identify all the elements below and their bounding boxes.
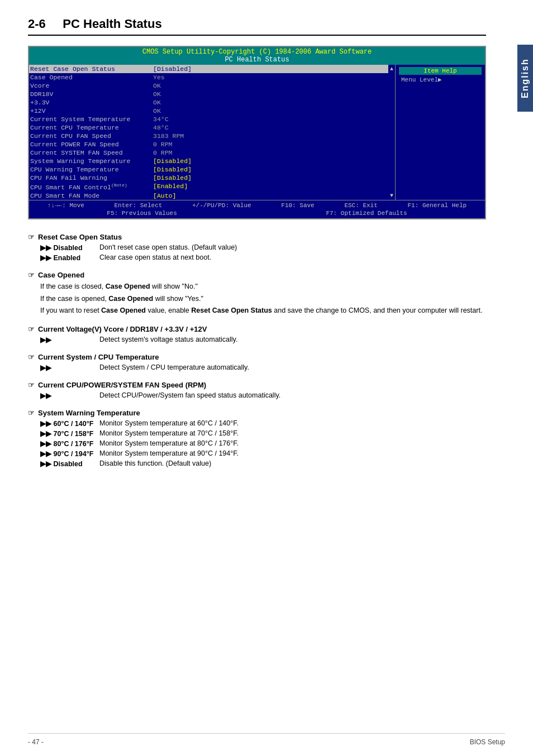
side-tab-label: English (520, 58, 530, 98)
desc-item: ▶▶Detect CPU/Power/System fan speed stat… (40, 391, 486, 400)
section-arrow-icon: ☞ (28, 381, 35, 389)
desc-title-text: Current Voltage(V) Vcore / DDR18V / +3.3… (38, 325, 207, 333)
bios-row-value: 0 RPM (153, 141, 387, 148)
bios-row-value: 34°C (153, 116, 387, 123)
bios-row-label: Reset Case Open Status (30, 65, 153, 73)
desc-section-warning-temp: ☞System Warning Temperature▶▶ 60°C / 140… (28, 409, 486, 468)
bios-row-value: 3183 RPM (153, 132, 387, 140)
desc-item-text: Disable this function. (Default value) (99, 460, 486, 468)
desc-bullet: ▶▶ Disabled (40, 460, 96, 468)
bios-row-label: +12V (30, 107, 153, 114)
desc-item-text: Detect CPU/Power/System fan speed status… (99, 391, 486, 400)
bios-row-value: [Auto] (153, 192, 387, 199)
bios-row: DDR18VOK (29, 90, 388, 98)
desc-title: ☞Current CPU/POWER/SYSTEM FAN Speed (RPM… (28, 381, 486, 389)
bios-row: System Warning Temperature[Disabled] (29, 157, 388, 165)
scroll-down-icon[interactable]: ▼ (390, 193, 393, 199)
section-arrow-icon: ☞ (28, 233, 35, 241)
bios-row: Current System Temperature34°C (29, 115, 388, 123)
bios-row: Reset Case Open Status[Disabled] (29, 65, 388, 73)
bios-row-label: Current CPU FAN Speed (30, 132, 153, 140)
desc-item-text: Monitor System temperature at 60°C / 140… (99, 419, 486, 428)
desc-item: ▶▶Detect System / CPU temperature automa… (40, 363, 486, 372)
bios-row: CPU FAN Fail Warning[Disabled] (29, 174, 388, 182)
bios-row-value: 48°C (153, 124, 387, 131)
desc-body: ▶▶Detect System / CPU temperature automa… (40, 363, 486, 372)
description-container: ☞Reset Case Open Status▶▶ DisabledDon't … (28, 233, 486, 468)
bios-row-label: Current CPU Temperature (30, 124, 153, 131)
bios-row: Current SYSTEM FAN Speed0 RPM (29, 149, 388, 157)
footer-item: F10: Save (281, 202, 314, 209)
bios-row: CPU Warning Temperature[Disabled] (29, 165, 388, 174)
item-help-title: Item Help (399, 67, 482, 75)
scroll-up-icon[interactable]: ▲ (390, 66, 393, 72)
bios-row-label: Current System Temperature (30, 116, 153, 123)
bios-screenshot: CMOS Setup Utility-Copyright (C) 1984-20… (28, 46, 486, 219)
footer-item: F7: Optimized Defaults (326, 210, 407, 217)
desc-item-text: Monitor System temperature at 90°C / 194… (99, 449, 486, 458)
desc-title: ☞System Warning Temperature (28, 409, 486, 417)
bios-row-label: Case Opened (30, 74, 153, 81)
bios-row: Current CPU FAN Speed3183 RPM (29, 132, 388, 140)
desc-body: ▶▶ DisabledDon't reset case open status.… (40, 243, 486, 262)
footer-item: Enter: Select (115, 202, 163, 209)
bios-row-value: 0 RPM (153, 149, 387, 156)
desc-item: ▶▶ EnabledClear case open status at next… (40, 253, 486, 262)
bios-footer-row1: ↑↓→←: MoveEnter: Select+/-/PU/PD: ValueF… (32, 202, 482, 209)
desc-item-text: Monitor System temperature at 70°C / 158… (99, 429, 486, 438)
bios-row-value: [Disabled] (153, 166, 387, 173)
desc-body: ▶▶Detect CPU/Power/System fan speed stat… (40, 391, 486, 400)
bios-rows: Reset Case Open Status[Disabled]Case Ope… (29, 65, 388, 200)
bios-scrollbar[interactable]: ▲ ▼ (388, 65, 395, 200)
desc-title: ☞Current Voltage(V) Vcore / DDR18V / +3.… (28, 325, 486, 333)
desc-bullet: ▶▶ (40, 363, 96, 372)
desc-body: ▶▶Detect system's voltage status automat… (40, 336, 486, 344)
bios-setup-label: BIOS Setup (470, 738, 505, 746)
section-number: 2-6 (28, 17, 46, 31)
bios-row: +3.3VOK (29, 98, 388, 107)
section-title: 2-6 PC Health Status (28, 17, 486, 36)
bios-row-label: CPU Warning Temperature (30, 166, 153, 173)
desc-section-case-opened: ☞Case OpenedIf the case is closed, Case … (28, 271, 486, 316)
desc-title-text: Case Opened (38, 271, 84, 279)
desc-item-text: Detect system's voltage status automatic… (99, 336, 486, 344)
bios-row-value: [Enabled] (153, 183, 387, 191)
desc-bullet: ▶▶ (40, 336, 96, 344)
bios-row: CPU Smart FAN Control(Note)[Enabled] (29, 182, 388, 192)
bios-right-panel: Item Help Menu Level▶ (396, 65, 485, 200)
desc-bullet: ▶▶ Enabled (40, 253, 96, 262)
desc-section-temp: ☞Current System / CPU Temperature▶▶Detec… (28, 353, 486, 372)
desc-item: ▶▶ 60°C / 140°FMonitor System temperatur… (40, 419, 486, 428)
page-number: - 47 - (28, 738, 44, 746)
desc-item: ▶▶ 70°C / 158°FMonitor System temperatur… (40, 429, 486, 438)
desc-para: If the case is opened, Case Opened will … (40, 294, 486, 304)
section-arrow-icon: ☞ (28, 353, 35, 361)
bios-footer-row2: F5: Previous ValuesF7: Optimized Default… (32, 210, 482, 217)
bios-row-value: [Disabled] (153, 174, 387, 181)
desc-body: If the case is closed, Case Opened will … (40, 281, 486, 316)
desc-item: ▶▶ DisabledDisable this function. (Defau… (40, 460, 486, 468)
desc-item-text: Don't reset case open status. (Default v… (99, 243, 486, 252)
desc-para: If you want to reset Case Opened value, … (40, 305, 486, 316)
bios-header-line2: PC Health Status (29, 56, 485, 64)
section-arrow-icon: ☞ (28, 325, 35, 333)
bios-row: +12VOK (29, 107, 388, 115)
section-name: PC Health Status (63, 17, 161, 31)
bios-row: Current CPU Temperature48°C (29, 123, 388, 132)
bottom-bar: - 47 - BIOS Setup (28, 733, 505, 746)
bios-header: CMOS Setup Utility-Copyright (C) 1984-20… (29, 47, 485, 65)
bios-row-value: Yes (153, 74, 387, 81)
bios-row-label: Current POWER FAN Speed (30, 141, 153, 148)
desc-bullet: ▶▶ Disabled (40, 243, 96, 252)
menu-level: Menu Level▶ (399, 75, 482, 84)
bios-row-value: [Disabled] (153, 65, 387, 73)
desc-item: ▶▶ 90°C / 194°FMonitor System temperatur… (40, 449, 486, 458)
bios-row: Current POWER FAN Speed0 RPM (29, 140, 388, 149)
side-tab: English (517, 45, 533, 112)
bios-row: VcoreOK (29, 82, 388, 90)
desc-title: ☞Current System / CPU Temperature (28, 353, 486, 361)
section-arrow-icon: ☞ (28, 271, 35, 279)
desc-bullet: ▶▶ (40, 391, 96, 400)
bios-row-value: OK (153, 107, 387, 114)
desc-item: ▶▶Detect system's voltage status automat… (40, 336, 486, 344)
